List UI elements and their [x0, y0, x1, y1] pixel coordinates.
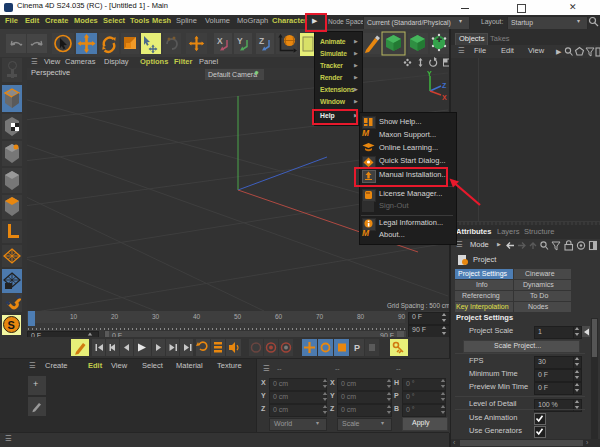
svg-text:P: P [354, 343, 360, 353]
svg-text:Z: Z [442, 82, 447, 89]
svg-text:Y: Y [427, 70, 432, 77]
svg-text:X: X [442, 94, 447, 101]
svg-text:Y: Y [237, 36, 243, 46]
svg-text:X: X [217, 36, 223, 46]
svg-text:Z: Z [259, 36, 264, 46]
